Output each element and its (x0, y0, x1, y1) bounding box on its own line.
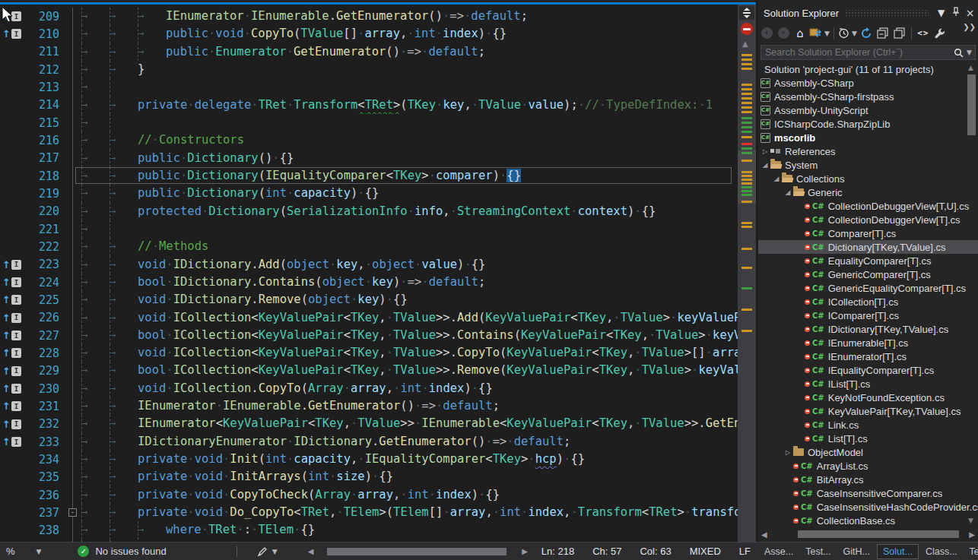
tree-item[interactable]: Assembly-CSharp (758, 76, 978, 90)
line-number[interactable]: 238 (26, 524, 59, 537)
code-line[interactable]: ↑I223→→void·IDictionary.Add(object·key,·… (0, 256, 738, 274)
scroll-right-icon[interactable]: ▶ (969, 530, 975, 539)
code-line[interactable]: 215→ (0, 114, 738, 131)
code-line[interactable]: 219→→public·Dictionary(int·capacity)·{} (0, 185, 738, 202)
tree-item[interactable]: C#GenericEqualityComparer[T].cs (758, 281, 978, 295)
code-text[interactable]: → (73, 220, 738, 239)
tree-item[interactable]: C#IEqualityComparer[T].cs (758, 363, 978, 377)
tree-item[interactable]: C#ICollection[T].cs (758, 295, 978, 308)
code-text[interactable]: →→public·Dictionary()·{} (73, 150, 738, 168)
panel-tab-test[interactable]: Test... (800, 545, 836, 558)
tree-item[interactable]: C#CaseInsensitiveComparer.cs (758, 486, 978, 500)
tree-item[interactable]: C#KeyValuePair[TKey,TValue].cs (758, 404, 978, 418)
implements-interface-gutter-icon[interactable]: ↑I (0, 366, 26, 376)
fold-margin[interactable] (59, 486, 73, 504)
code-line[interactable]: 238→→→where·TRet·:·TElem·{} (0, 522, 738, 539)
implements-interface-gutter-icon[interactable]: ↑I (0, 277, 26, 287)
scroll-up-icon[interactable]: ▲ (742, 40, 748, 48)
solution-tree[interactable]: Solution 'project-gui' (11 of 11 project… (758, 62, 978, 527)
panel-tab-solut[interactable]: Solut... (877, 544, 919, 559)
tree-item[interactable]: C#IEnumerable[T].cs (758, 336, 978, 350)
code-text[interactable]: →→→public·void·CopyTo(TValue[]·array,·in… (73, 25, 738, 43)
line-number[interactable]: 214 (26, 98, 59, 112)
scroll-left-icon[interactable]: ◀ (761, 530, 767, 539)
properties-button[interactable] (932, 25, 948, 42)
search-options-chevron-icon[interactable]: ▼ (967, 49, 972, 56)
line-ending-indicator[interactable]: LF (739, 546, 751, 557)
editor-scrollbar[interactable]: ▲ (738, 5, 756, 542)
fold-margin[interactable] (59, 203, 73, 220)
tree-item[interactable]: C#Dictionary[TKey,TValue].cs (758, 240, 978, 254)
line-number[interactable]: 230 (26, 382, 59, 396)
highlight-pen-dropdown[interactable]: ▼ (257, 546, 278, 557)
fold-margin[interactable] (59, 61, 73, 78)
line-number[interactable]: 224 (26, 276, 59, 289)
line-number[interactable]: 209 (26, 10, 59, 24)
code-line[interactable]: ↑I224→→bool·IDictionary.Contains(object·… (0, 274, 738, 291)
split-editor-handle-icon[interactable] (739, 6, 754, 20)
code-text[interactable]: →→//·Methods (73, 238, 738, 256)
implements-interface-gutter-icon[interactable]: ↑I (0, 295, 26, 305)
panel-tab-class[interactable]: Class... (920, 545, 963, 558)
code-line[interactable]: 218→→public·Dictionary(IEqualityComparer… (0, 167, 738, 185)
code-text[interactable]: →→→public·Enumerator·GetEnumerator()·=>·… (73, 43, 738, 62)
code-editor[interactable]: ↑I209→→→IEnumerator·IEnumerable.GetEnume… (0, 5, 738, 542)
fold-margin[interactable] (59, 291, 73, 308)
scrollbar-thumb[interactable] (967, 74, 976, 135)
fold-margin[interactable] (59, 469, 73, 486)
tree-item[interactable]: Assembly-UnityScript (758, 103, 978, 117)
close-button[interactable]: × (964, 7, 976, 19)
code-line[interactable]: ↑I232→→IEnumerator<KeyValuePair<TKey,·TV… (0, 416, 738, 433)
fold-margin[interactable] (59, 25, 73, 43)
code-text[interactable]: →→IEnumerator<KeyValuePair<TKey,·TValue>… (73, 415, 738, 433)
code-text[interactable]: →→bool·ICollection<KeyValuePair<TKey,·TV… (73, 327, 738, 345)
scrollbar-track[interactable] (770, 530, 967, 539)
line-number[interactable]: 210 (26, 27, 59, 41)
fold-margin[interactable] (59, 131, 73, 149)
tree-item[interactable]: C#IDictionary[TKey,TValue].cs (758, 322, 978, 336)
panel-title-bar[interactable]: Solution Explorer ▼ × (758, 4, 978, 22)
line-number[interactable]: 218 (26, 169, 59, 183)
fold-margin[interactable] (59, 309, 73, 327)
search-input[interactable] (761, 47, 954, 58)
code-line[interactable]: ↑I209→→→IEnumerator·IEnumerable.GetEnume… (0, 8, 738, 25)
code-text[interactable]: →→//·Constructors (73, 131, 738, 150)
window-position-menu-button[interactable]: ▼ (935, 8, 948, 18)
line-number[interactable]: 211 (26, 45, 59, 59)
line-number[interactable]: 215 (26, 116, 59, 130)
scroll-left-icon[interactable]: ◀ (308, 547, 314, 555)
line-number[interactable]: 232 (26, 417, 59, 431)
tree-item[interactable]: Solution 'project-gui' (11 of 11 project… (758, 62, 978, 76)
code-text[interactable]: →→void·ICollection.CopyTo(Array·array,·i… (73, 380, 738, 398)
code-line[interactable]: 237-→→private·void·Do_CopyTo<TRet,·TElem… (0, 504, 738, 521)
code-line[interactable]: 220→→protected·Dictionary(SerializationI… (0, 203, 738, 220)
code-text[interactable]: →→void·ICollection<KeyValuePair<TKey,·TV… (73, 309, 738, 327)
line-indicator[interactable]: Ln: 218 (541, 546, 574, 557)
panel-tab-tea[interactable]: Tea... (964, 545, 978, 558)
tree-item[interactable]: ▷References (758, 144, 978, 158)
code-text[interactable]: →→→IEnumerator·IEnumerable.GetEnumerator… (73, 8, 738, 26)
encoding-indicator[interactable]: MIXED (690, 546, 721, 557)
code-text[interactable]: →→private·delegate·TRet·Transform<TRet>(… (73, 96, 738, 115)
refresh-button[interactable] (859, 25, 874, 42)
scroll-up-icon[interactable]: ▲ (968, 64, 973, 71)
tree-item[interactable]: ◢Generic (758, 185, 978, 199)
scroll-down-icon[interactable]: ▼ (968, 517, 973, 524)
implements-interface-gutter-icon[interactable]: ↑I (0, 331, 26, 340)
line-number[interactable]: 212 (26, 63, 59, 77)
fold-margin[interactable] (59, 522, 73, 539)
code-line[interactable]: 234→→private·void·Init(int·capacity,·IEq… (0, 451, 738, 468)
fold-margin[interactable] (59, 96, 73, 114)
code-line[interactable]: 235→→private·void·InitArrays(int·size)·{… (0, 469, 738, 486)
implements-interface-gutter-icon[interactable]: ↑I (0, 11, 26, 21)
collapse-all-button[interactable] (875, 25, 891, 42)
panel-tab-asse[interactable]: Asse... (759, 545, 799, 558)
zoom-dropdown[interactable]: % ▼ (6, 546, 41, 557)
tree-item[interactable]: mscorlib (758, 131, 978, 144)
line-number[interactable]: 231 (26, 400, 59, 413)
tree-item[interactable]: ◢Collections (758, 172, 978, 185)
fold-margin[interactable] (59, 114, 73, 131)
home-button[interactable]: ⌂ (792, 25, 808, 42)
implements-interface-gutter-icon[interactable]: ↑I (0, 419, 26, 429)
fold-margin[interactable] (59, 451, 73, 468)
